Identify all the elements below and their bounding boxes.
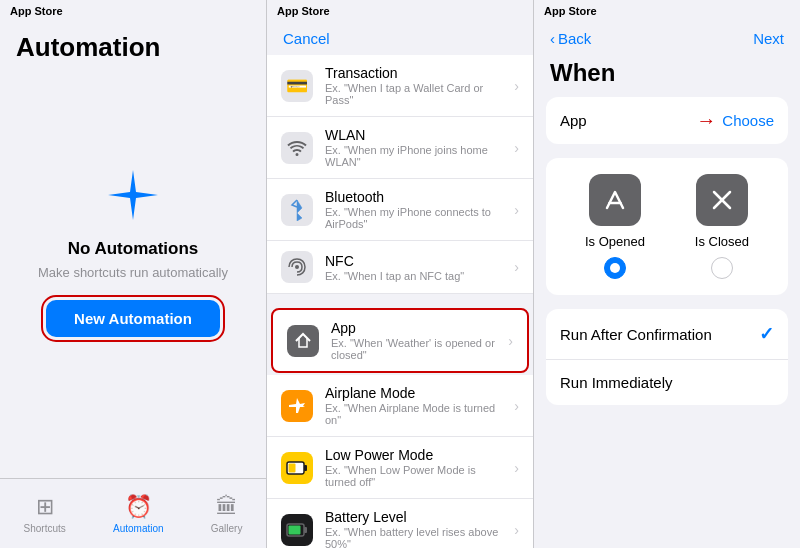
app-icon xyxy=(287,325,319,357)
wlan-chevron: › xyxy=(514,140,519,156)
automation-home-panel: App Store Automation No Automations Make… xyxy=(0,0,267,548)
low-power-icon xyxy=(281,452,313,484)
back-label: Back xyxy=(558,30,591,47)
red-arrow-icon: → xyxy=(696,109,716,132)
panel3-store-label: App Store xyxy=(544,5,597,17)
tab-shortcuts[interactable]: ⊞ Shortcuts xyxy=(24,494,66,534)
is-opened-label: Is Opened xyxy=(585,234,645,249)
transaction-sub: Ex. "When I tap a Wallet Card or Pass" xyxy=(325,82,502,106)
list-item-nfc[interactable]: NFC Ex. "When I tap an NFC tag" › xyxy=(267,241,533,294)
arrow-choose-group: → Choose xyxy=(696,109,774,132)
battery-title: Battery Level xyxy=(325,509,502,525)
panel2-header: Cancel xyxy=(267,22,533,55)
nfc-chevron: › xyxy=(514,259,519,275)
low-power-chevron: › xyxy=(514,460,519,476)
automation-tab-label: Automation xyxy=(113,523,164,534)
is-closed-option[interactable]: Is Closed xyxy=(695,174,749,279)
run-immediately-label: Run Immediately xyxy=(560,374,673,391)
list-item-transaction[interactable]: 💳 Transaction Ex. "When I tap a Wallet C… xyxy=(267,55,533,117)
transaction-icon: 💳 xyxy=(281,70,313,102)
svg-rect-2 xyxy=(304,465,307,471)
bluetooth-title: Bluetooth xyxy=(325,189,502,205)
run-immediately-row[interactable]: Run Immediately xyxy=(546,360,788,405)
is-closed-radio[interactable] xyxy=(711,257,733,279)
nfc-icon xyxy=(281,251,313,283)
list-section-gap xyxy=(267,294,533,306)
when-title: When xyxy=(534,55,800,97)
gallery-icon: 🏛 xyxy=(216,494,238,520)
wlan-text: WLAN Ex. "When my iPhone joins home WLAN… xyxy=(325,127,502,168)
panel2-store-label: App Store xyxy=(277,5,330,17)
is-opened-icon xyxy=(589,174,641,226)
panel1-title: Automation xyxy=(0,22,266,63)
run-after-confirmation-row[interactable]: Run After Confirmation ✓ xyxy=(546,309,788,360)
low-power-title: Low Power Mode xyxy=(325,447,502,463)
airplane-sub: Ex. "When Airplane Mode is turned on" xyxy=(325,402,502,426)
app-choose-card: App → Choose xyxy=(546,97,788,144)
tab-automation[interactable]: ⏰ Automation xyxy=(113,494,164,534)
no-automations-subtitle: Make shortcuts run automatically xyxy=(38,265,228,280)
battery-sub: Ex. "When battery level rises above 50%" xyxy=(325,526,502,548)
panel3-header: ‹ Back Next xyxy=(534,22,800,55)
run-after-confirmation-checkmark: ✓ xyxy=(759,323,774,345)
bluetooth-sub: Ex. "When my iPhone connects to AirPods" xyxy=(325,206,502,230)
list-item-low-power[interactable]: Low Power Mode Ex. "When Low Power Mode … xyxy=(267,437,533,499)
wlan-icon xyxy=(281,132,313,164)
shortcuts-tab-label: Shortcuts xyxy=(24,523,66,534)
no-automations-title: No Automations xyxy=(68,239,199,259)
panel1-store-label: App Store xyxy=(10,5,63,17)
svg-point-0 xyxy=(295,265,299,269)
bluetooth-icon xyxy=(281,194,313,226)
is-opened-option[interactable]: Is Opened xyxy=(585,174,645,279)
app-title: App xyxy=(331,320,496,336)
panel1-center: No Automations Make shortcuts run automa… xyxy=(0,63,266,478)
when-panel: App Store ‹ Back Next When App → Choose … xyxy=(534,0,800,548)
battery-text: Battery Level Ex. "When battery level ri… xyxy=(325,509,502,548)
svg-rect-3 xyxy=(289,463,296,472)
panel1-statusbar: App Store xyxy=(0,0,266,22)
back-chevron-icon: ‹ xyxy=(550,30,555,47)
open-close-toggle-card: Is Opened Is Closed xyxy=(546,158,788,295)
panel1-tabbar: ⊞ Shortcuts ⏰ Automation 🏛 Gallery xyxy=(0,478,266,548)
svg-rect-5 xyxy=(304,527,307,533)
new-automation-panel: App Store Cancel 💳 Transaction Ex. "When… xyxy=(267,0,534,548)
back-button[interactable]: ‹ Back xyxy=(550,30,591,47)
panel2-statusbar: App Store xyxy=(267,0,533,22)
airplane-chevron: › xyxy=(514,398,519,414)
list-item-wlan[interactable]: WLAN Ex. "When my iPhone joins home WLAN… xyxy=(267,117,533,179)
airplane-text: Airplane Mode Ex. "When Airplane Mode is… xyxy=(325,385,502,426)
new-automation-button[interactable]: New Automation xyxy=(46,300,220,337)
transaction-title: Transaction xyxy=(325,65,502,81)
shortcuts-icon: ⊞ xyxy=(36,494,54,520)
app-sub: Ex. "When 'Weather' is opened or closed" xyxy=(331,337,496,361)
automation-icon: ⏰ xyxy=(125,494,152,520)
run-options-card: Run After Confirmation ✓ Run Immediately xyxy=(546,309,788,405)
list-item-app[interactable]: App Ex. "When 'Weather' is opened or clo… xyxy=(271,308,529,373)
is-opened-radio[interactable] xyxy=(604,257,626,279)
nfc-sub: Ex. "When I tap an NFC tag" xyxy=(325,270,502,282)
app-label: App xyxy=(560,112,696,129)
wlan-title: WLAN xyxy=(325,127,502,143)
cancel-button[interactable]: Cancel xyxy=(283,30,330,47)
app-chevron: › xyxy=(508,333,513,349)
list-item-airplane[interactable]: Airplane Mode Ex. "When Airplane Mode is… xyxy=(267,375,533,437)
wlan-sub: Ex. "When my iPhone joins home WLAN" xyxy=(325,144,502,168)
list-item-bluetooth[interactable]: Bluetooth Ex. "When my iPhone connects t… xyxy=(267,179,533,241)
is-closed-label: Is Closed xyxy=(695,234,749,249)
star-icon xyxy=(103,165,163,225)
nfc-title: NFC xyxy=(325,253,502,269)
app-text: App Ex. "When 'Weather' is opened or clo… xyxy=(331,320,496,361)
nfc-text: NFC Ex. "When I tap an NFC tag" xyxy=(325,253,502,282)
run-after-confirmation-label: Run After Confirmation xyxy=(560,326,712,343)
low-power-text: Low Power Mode Ex. "When Low Power Mode … xyxy=(325,447,502,488)
low-power-sub: Ex. "When Low Power Mode is turned off" xyxy=(325,464,502,488)
airplane-title: Airplane Mode xyxy=(325,385,502,401)
tab-gallery[interactable]: 🏛 Gallery xyxy=(211,494,243,534)
airplane-icon xyxy=(281,390,313,422)
bluetooth-text: Bluetooth Ex. "When my iPhone connects t… xyxy=(325,189,502,230)
automation-list: 💳 Transaction Ex. "When I tap a Wallet C… xyxy=(267,55,533,548)
next-button[interactable]: Next xyxy=(753,30,784,47)
list-item-battery[interactable]: Battery Level Ex. "When battery level ri… xyxy=(267,499,533,548)
choose-button[interactable]: Choose xyxy=(722,112,774,129)
is-closed-icon xyxy=(696,174,748,226)
